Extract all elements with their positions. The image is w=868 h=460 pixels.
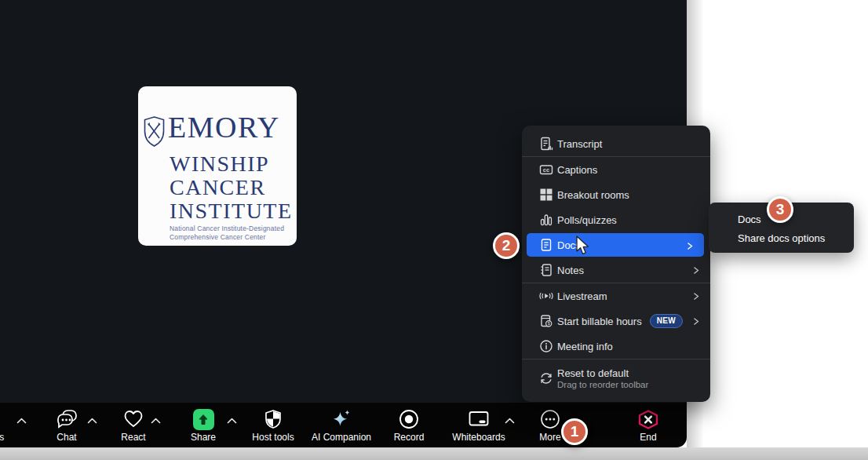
captions-icon: cc [539,162,553,177]
toolbar-button-record[interactable]: Record [374,407,444,443]
toolbar-button-whiteboards[interactable]: Whiteboards [443,407,514,443]
logo-tagline: National Cancer Institute-Designated Com… [170,225,284,242]
menu-item-breakout-rooms[interactable]: Breakout rooms [522,182,710,207]
toolbar-button-react[interactable]: React [98,407,169,443]
toolbar-button-share[interactable]: Share [168,407,239,443]
heart-react-icon [122,409,144,429]
participants-chevron-up-icon[interactable] [16,418,27,424]
share-chevron-up-icon[interactable] [227,418,237,424]
share-label: Share [191,432,216,443]
chat-label: Chat [57,432,76,443]
more-ellipsis-icon [540,409,560,429]
menu-item-notes[interactable]: Notes [522,257,710,283]
host-tools-label: Host tools [252,432,294,443]
react-chevron-up-icon[interactable] [151,418,161,424]
toolbar-button-end[interactable]: End [613,407,684,443]
react-label: React [121,432,145,443]
svg-text:cc: cc [543,166,549,173]
reset-icon [539,371,553,385]
chat-icon [56,409,78,429]
chat-chevron-up-icon[interactable] [87,418,97,424]
more-menu: Transcript cc Captions Breakout rooms P [522,126,710,402]
docs-icon [539,238,553,252]
notes-submenu-chevron-icon [694,267,699,274]
billable-hours-icon: $ [539,314,553,328]
whiteboards-chevron-up-icon[interactable] [505,418,515,424]
more-label: More [539,432,560,443]
toolbar-button-ai-companion[interactable]: AI Companion [306,407,377,443]
breakout-rooms-icon [539,188,553,202]
new-badge: NEW [650,314,684,328]
livestream-submenu-chevron-icon [694,293,699,300]
toolbar-button-participants[interactable]: Participants [0,407,15,443]
desktop-strip [0,447,868,460]
menu-item-meeting-info[interactable]: Meeting info [522,334,710,359]
submenu-item-share-docs-options[interactable]: Share docs options [709,228,854,247]
menu-item-reset-to-default[interactable]: Reset to default Drag to reorder toolbar [522,360,710,397]
menu-item-polls-quizzes[interactable]: Polls/quizzes [522,207,710,232]
docs-submenu-chevron-icon [687,243,693,250]
annotation-step-1: 1 [561,418,588,445]
transcript-icon [539,137,553,151]
annotation-step-2: 2 [493,232,520,259]
emory-shield-icon [144,116,165,147]
livestream-icon [539,289,553,303]
screen: EMORY WINSHIP CANCER INSTITUTE National … [0,0,868,460]
toolbar-button-host-tools[interactable]: Host tools [238,407,308,443]
logo-institute-text: WINSHIP CANCER INSTITUTE [170,152,293,223]
billable-submenu-chevron-icon [694,318,699,325]
end-label: End [640,432,656,443]
toolbar-button-chat[interactable]: Chat [31,407,102,443]
polls-icon [539,213,553,227]
notes-icon [539,263,553,277]
menu-item-livestream[interactable]: Livestream [522,283,710,308]
record-icon [399,409,419,429]
share-screen-icon [198,414,209,425]
ai-companion-sparkle-icon [330,409,352,430]
info-icon [539,339,553,353]
shared-logo-image: EMORY WINSHIP CANCER INSTITUTE National … [138,86,297,246]
menu-item-captions[interactable]: cc Captions [522,157,710,182]
ai-companion-label: AI Companion [312,432,371,443]
svg-text:$: $ [548,321,550,326]
logo-emory-text: EMORY [168,110,280,144]
menu-item-transcript[interactable]: Transcript [522,131,710,156]
end-meeting-icon [636,409,660,430]
annotation-step-3: 3 [767,196,793,223]
participants-label: Participants [0,432,4,443]
whiteboards-icon [468,410,490,429]
whiteboards-label: Whiteboards [452,432,505,443]
record-label: Record [394,432,425,443]
host-tools-shield-icon [264,409,283,429]
menu-item-docs[interactable]: Docs [527,233,704,257]
menu-item-start-billable-hours[interactable]: $ Start billable hours NEW [522,308,710,334]
